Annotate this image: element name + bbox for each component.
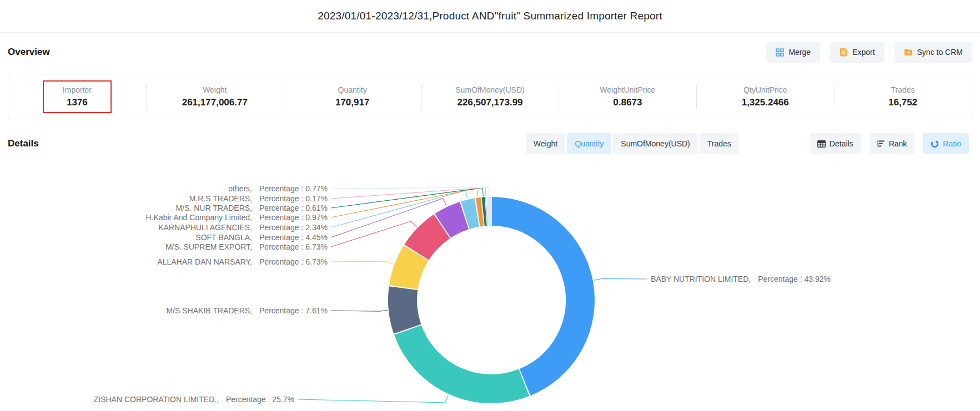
stat-label: Importer: [63, 85, 92, 94]
stat-weight: Weight261,177,006.77: [146, 74, 284, 119]
toolbar: MergeExportSync to CRM: [766, 42, 972, 63]
pie-label-name: others,: [228, 184, 252, 193]
tab-weight[interactable]: Weight: [526, 133, 565, 154]
pie-slice-allahar-dan-narsary[interactable]: [404, 253, 416, 287]
stat-value: 16,752: [888, 97, 917, 108]
tab-label: Weight: [534, 139, 557, 148]
pie-label-name: M.R.S TRADERS,: [189, 194, 252, 203]
tab-label: Trades: [707, 139, 731, 148]
tab-label: Details: [830, 139, 853, 148]
stat-value: 1,325.2466: [742, 97, 789, 108]
pie-label-karnaphuli-agencies: KARNAPHULI AGENCIES,Percentage : 2.34%: [158, 223, 328, 232]
pie-label-line-m-r-s-traders: [331, 187, 486, 199]
pie-label-line-zishan-corporation-limited: [298, 395, 448, 403]
pie-label-name: H.Kabir And Company Limited,: [146, 213, 252, 222]
button-label: Merge: [788, 48, 811, 57]
pie-label-percentage: Percentage : 7.61%: [259, 306, 328, 315]
tab-label: Ratio: [943, 139, 961, 148]
pie-label-line-m-s-shakib-traders: [331, 311, 388, 312]
tab-quantity[interactable]: Quantity: [567, 133, 611, 154]
pie-label-line-m-s-suprem-export: [331, 221, 417, 247]
view-tab-ratio[interactable]: Ratio: [923, 133, 969, 154]
tab-zone: WeightQuantitySumOfMoney(USD)Trades Deta…: [526, 133, 969, 154]
donut-chart-canvas: [0, 155, 980, 411]
tab-label: SumOfMoney(USD): [621, 139, 690, 148]
overview-heading: Overview: [8, 47, 50, 58]
overview-stats-card: Importer1376Weight261,177,006.77Quantity…: [8, 74, 972, 119]
pie-label-m-s-shakib-traders: M/S SHAKIB TRADERS,Percentage : 7.61%: [166, 306, 328, 315]
merge-icon: [776, 48, 784, 57]
stat-label: QtyUnitPrice: [743, 85, 787, 94]
pie-label-name: M/S SHAKIB TRADERS,: [166, 306, 252, 315]
tab-label: Quantity: [575, 139, 604, 148]
pie-label-percentage: Percentage : 25.7%: [226, 395, 294, 404]
view-tab-rank[interactable]: Rank: [870, 133, 915, 154]
stat-value: 261,177,006.77: [182, 97, 248, 108]
pie-label-zishan-corporation-limited: ZISHAN CORPORATION LIMITED.,Percentage :…: [94, 395, 294, 404]
stat-value: 226,507,173.99: [457, 97, 522, 108]
details-heading: Details: [8, 138, 39, 149]
rank-icon: [877, 140, 885, 148]
overview-header-row: Overview MergeExportSync to CRM: [8, 39, 972, 65]
pie-slice-baby-nutrition-limited[interactable]: [492, 211, 580, 382]
stat-sumofmoney-usd: SumOfMoney(USD)226,507,173.99: [421, 74, 559, 119]
pie-label-percentage: Percentage : 6.73%: [259, 257, 328, 266]
pie-label-name: M/S. NUR TRADERS,: [176, 204, 252, 212]
metric-tab-group: WeightQuantitySumOfMoney(USD)Trades: [526, 133, 739, 154]
pie-label-percentage: Percentage : 0.97%: [259, 213, 328, 222]
tab-trades[interactable]: Trades: [700, 133, 739, 154]
sync-to-crm-button[interactable]: Sync to CRM: [894, 42, 972, 63]
stat-box: SumOfMoney(USD)226,507,173.99: [435, 80, 544, 113]
stat-trades: Trades16,752: [834, 74, 972, 119]
stat-importer: Importer1376: [8, 74, 146, 119]
stat-highlight-box: Importer1376: [43, 80, 112, 113]
view-tab-group: DetailsRankRatio: [810, 133, 969, 154]
pie-slice-karnaphuli-agencies[interactable]: [465, 212, 477, 215]
pie-label-name: ZISHAN CORPORATION LIMITED.,: [94, 395, 219, 404]
button-label: Sync to CRM: [917, 48, 963, 57]
stat-label: WeightUnitPrice: [600, 85, 655, 94]
ratio-icon: [931, 140, 939, 148]
pie-label-name: BABY NUTRITION LIMITED,: [651, 275, 751, 283]
pie-label-percentage: Percentage : 0.17%: [259, 194, 328, 203]
pie-label-name: SOFT BANGLA,: [195, 233, 252, 242]
button-label: Export: [852, 48, 875, 57]
pie-slice-m-s-shakib-traders[interactable]: [403, 288, 408, 329]
stat-quantity: Quantity170,917: [284, 74, 421, 119]
pie-slice-zishan-corporation-limited[interactable]: [408, 330, 524, 389]
stat-label: SumOfMoney(USD): [455, 85, 524, 94]
pie-label-percentage: Percentage : 0.77%: [259, 184, 328, 193]
stat-label: Trades: [891, 85, 915, 94]
pie-label-percentage: Percentage : 2.34%: [259, 223, 328, 232]
tab-sumofmoney-usd[interactable]: SumOfMoney(USD): [613, 133, 697, 154]
tab-label: Rank: [889, 139, 907, 148]
pie-label-soft-bangla: SOFT BANGLA,Percentage : 4.45%: [195, 233, 328, 242]
pie-slice-h-kabir-and-company-limited[interactable]: [478, 212, 483, 212]
pie-label-h-kabir-and-company-limited: H.Kabir And Company Limited,Percentage :…: [146, 213, 328, 222]
pie-label-name: M/S. SUPREM EXPORT,: [165, 242, 252, 251]
stat-label: Weight: [203, 85, 227, 94]
table-icon: [817, 140, 826, 148]
pie-label-m-r-s-traders: M.R.S TRADERS,Percentage : 0.17%: [189, 194, 328, 203]
stat-value: 1376: [67, 97, 88, 108]
pie-slice-m-s-suprem-export[interactable]: [416, 226, 442, 252]
pie-slice-soft-bangla[interactable]: [443, 216, 465, 226]
pie-label-percentage: Percentage : 43.92%: [758, 275, 831, 283]
merge-button[interactable]: Merge: [766, 42, 820, 63]
sync-to-crm-icon: [904, 48, 913, 56]
pie-label-m-s-suprem-export: M/S. SUPREM EXPORT,Percentage : 6.73%: [165, 242, 328, 251]
stat-label: Quantity: [338, 85, 367, 94]
export-button[interactable]: Export: [830, 42, 884, 63]
stat-box: Quantity170,917: [315, 80, 389, 113]
pie-label-baby-nutrition-limited: BABY NUTRITION LIMITED,Percentage : 43.9…: [651, 275, 831, 283]
stat-box: Trades16,752: [868, 80, 937, 113]
stat-value: 0.8673: [613, 97, 642, 108]
pie-label-percentage: Percentage : 6.73%: [259, 242, 328, 251]
pie-label-allahar-dan-narsary: ALLAHAR DAN NARSARY,Percentage : 6.73%: [157, 257, 328, 266]
pie-label-name: ALLAHAR DAN NARSARY,: [157, 257, 252, 266]
view-tab-details[interactable]: Details: [810, 133, 861, 154]
stat-value: 170,917: [335, 97, 369, 108]
export-icon: [840, 48, 848, 57]
page-title: 2023/01/01-2023/12/31,Product AND"fruit"…: [318, 10, 662, 22]
stat-box: QtyUnitPrice1,325.2466: [722, 80, 809, 113]
